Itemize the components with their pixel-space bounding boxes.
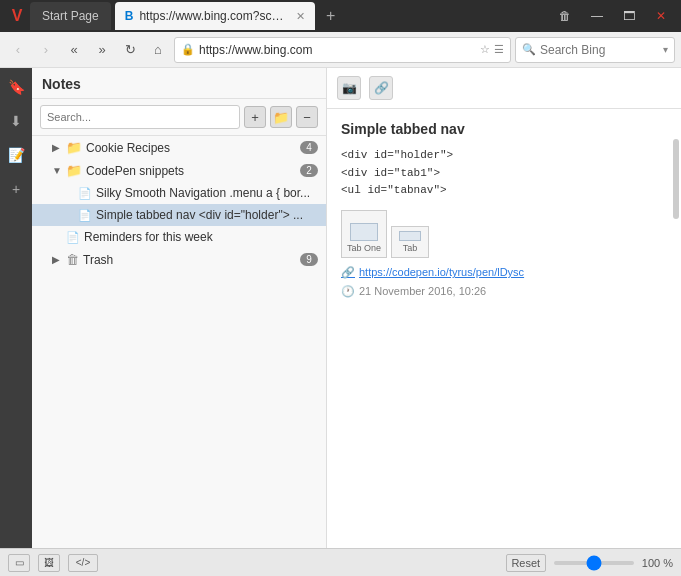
close-btn[interactable]: ✕ [649,7,673,25]
add-folder-button[interactable]: 📁 [270,106,292,128]
note-preview-toolbar: 📷 🔗 [327,68,681,109]
status-image-btn[interactable]: 🖼 [38,554,60,572]
tree-item-silky[interactable]: 📄 Silky Smooth Navigation .menu a { bor.… [32,182,326,204]
tree-label-codepen: CodePen snippets [86,164,296,178]
zoom-slider[interactable] [554,561,634,565]
trash-icon: 🗑 [559,9,571,23]
tree-label-trash: Trash [83,253,296,267]
tree-label-cookie: Cookie Recipes [86,141,296,155]
search-icon: 🔍 [522,43,536,56]
sidebar-bookmark-icon[interactable]: 🔖 [5,76,27,98]
rewind-button[interactable]: « [62,38,86,62]
window-controls: 🗑 — 🗖 ✕ [553,7,673,25]
restore-btn[interactable]: 🗖 [617,7,641,25]
link-button[interactable]: 🔗 [369,76,393,100]
thumbnail-2: Tab [391,226,429,258]
reader-icon[interactable]: ☰ [494,43,504,56]
note-icon-simple: 📄 [78,209,92,222]
code-line-2: <div id="tab1"> [341,165,667,183]
link-icon: 🔗 [341,266,355,279]
main-layout: 🔖 ⬇ 📝 + Notes + 📁 − ▶ 📁 Cookie Recipes 4… [0,68,681,548]
note-icon-silky: 📄 [78,187,92,200]
url-display: https://www.bing.com [199,43,476,57]
notes-title: Notes [32,68,326,99]
thumb-label-2: Tab [403,243,418,253]
note-link[interactable]: 🔗 https://codepen.io/tyrus/pen/lDysc [341,266,667,279]
trash-folder-icon: 🗑 [66,252,79,267]
thumb-inner-2 [399,231,421,241]
code-line-1: <div id="holder"> [341,147,667,165]
note-date: 🕐 21 November 2016, 10:26 [341,285,667,298]
tree-count-trash: 9 [300,253,318,266]
notes-toolbar: + 📁 − [32,99,326,136]
fastforward-button[interactable]: » [90,38,114,62]
minimize-btn[interactable]: — [585,7,609,25]
forward-button[interactable]: › [34,38,58,62]
scrollbar-thumb[interactable] [673,139,679,219]
tree-item-reminders[interactable]: 📄 Reminders for this week [32,226,326,248]
notes-search-input[interactable] [40,105,240,129]
tree-count-codepen: 2 [300,164,318,177]
sidebar-download-icon[interactable]: ⬇ [5,110,27,132]
tree-count-cookie: 4 [300,141,318,154]
tree-item-cookie-recipes[interactable]: ▶ 📁 Cookie Recipes 4 [32,136,326,159]
tree-item-simple-tabbed[interactable]: 📄 Simple tabbed nav <div id="holder"> ..… [32,204,326,226]
tree-toggle-trash: ▶ [52,254,62,265]
clock-icon: 🕐 [341,285,355,298]
thumbnail-1: Tab One [341,210,387,258]
add-note-button[interactable]: + [244,106,266,128]
note-preview-content: Simple tabbed nav <div id="holder"> <div… [327,109,681,548]
note-thumbnail: Tab One Tab [341,210,667,258]
sidebar-notes-icon[interactable]: 📝 [5,144,27,166]
nav-bar: ‹ › « » ↻ ⌂ 🔒 https://www.bing.com ☆ ☰ 🔍… [0,32,681,68]
tree-item-trash[interactable]: ▶ 🗑 Trash 9 [32,248,326,271]
folder-icon: 📁 [66,140,82,155]
status-bar: ▭ 🖼 </> Reset 100 % [0,548,681,576]
notes-panel: Notes + 📁 − ▶ 📁 Cookie Recipes 4 ▼ 📁 Cod… [32,68,327,548]
search-bar[interactable]: 🔍 ▾ [515,37,675,63]
search-input[interactable] [540,43,659,57]
note-title: Simple tabbed nav [341,121,667,137]
note-code: <div id="holder"> <div id="tab1"> <ul id… [341,147,667,200]
bookmark-icon[interactable]: ☆ [480,43,490,56]
remove-note-button[interactable]: − [296,106,318,128]
camera-button[interactable]: 📷 [337,76,361,100]
tree-toggle-codepen: ▼ [52,165,62,176]
search-dropdown-icon[interactable]: ▾ [663,44,668,55]
tree-toggle-cookie: ▶ [52,142,62,153]
tab-bing[interactable]: B https://www.bing.com?scop... ✕ [115,2,315,30]
bing-favicon: B [125,9,134,23]
tree-label-simple: Simple tabbed nav <div id="holder"> ... [96,208,318,222]
refresh-button[interactable]: ↻ [118,38,142,62]
tab-close-icon[interactable]: ✕ [296,10,305,23]
code-line-3: <ul id="tabnav"> [341,182,667,200]
note-preview: 📷 🔗 Simple tabbed nav <div id="holder"> … [327,68,681,548]
reset-button[interactable]: Reset [506,554,546,572]
status-rect-btn[interactable]: ▭ [8,554,30,572]
tree-item-codepen[interactable]: ▼ 📁 CodePen snippets 2 [32,159,326,182]
new-tab-button[interactable]: + [319,4,343,28]
link-url[interactable]: https://codepen.io/tyrus/pen/lDysc [359,266,524,278]
sidebar-icons: 🔖 ⬇ 📝 + [0,68,32,548]
thumb-label-1: Tab One [347,243,381,253]
title-bar: V Start Page B https://www.bing.com?scop… [0,0,681,32]
notes-tree: ▶ 📁 Cookie Recipes 4 ▼ 📁 CodePen snippet… [32,136,326,548]
back-button[interactable]: ‹ [6,38,30,62]
date-text: 21 November 2016, 10:26 [359,285,486,297]
zoom-percentage: 100 % [642,557,673,569]
note-icon-reminders: 📄 [66,231,80,244]
status-code-btn[interactable]: </> [68,554,98,572]
home-button[interactable]: ⌂ [146,38,170,62]
sidebar-plus-icon[interactable]: + [5,178,27,200]
tree-label-silky: Silky Smooth Navigation .menu a { bor... [96,186,318,200]
tree-label-reminders: Reminders for this week [84,230,318,244]
tab-bing-title: https://www.bing.com?scop... [139,9,289,23]
vivaldi-icon[interactable]: V [8,7,26,25]
thumb-inner-1 [350,223,378,241]
folder-icon-codepen: 📁 [66,163,82,178]
tab-start-page[interactable]: Start Page [30,2,111,30]
address-bar[interactable]: 🔒 https://www.bing.com ☆ ☰ [174,37,511,63]
lock-icon: 🔒 [181,43,195,56]
trash-window-btn[interactable]: 🗑 [553,7,577,25]
